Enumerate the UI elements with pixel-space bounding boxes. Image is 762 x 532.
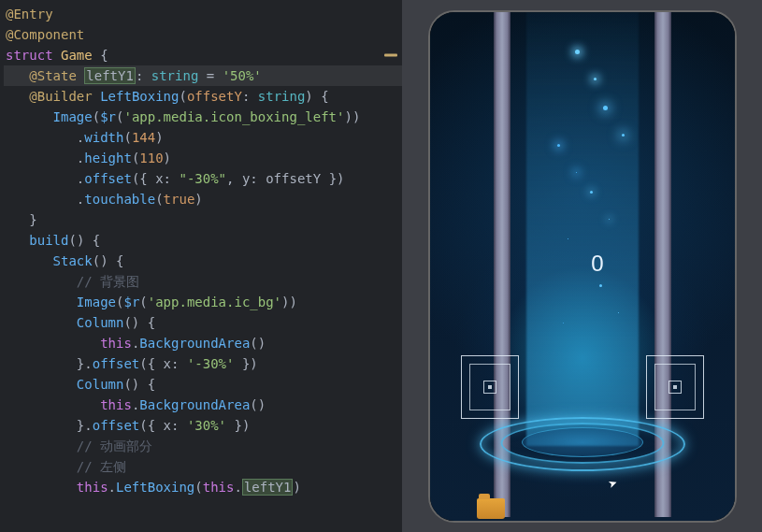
code-line: Column() {	[4, 312, 402, 333]
code-area[interactable]: @Entry @Component struct Game { @State l…	[0, 4, 402, 497]
code-line: struct Game {	[4, 45, 402, 65]
code-line: @Entry	[4, 4, 402, 24]
code-line: .width(144)	[4, 127, 402, 148]
device-frame: 0 ➤	[428, 10, 737, 523]
platform	[480, 409, 685, 479]
score-text: 0	[591, 251, 603, 277]
code-line: Column() {	[4, 374, 402, 395]
target-icon	[483, 381, 496, 394]
code-line: .touchable(true)	[4, 189, 402, 209]
code-editor[interactable]: @Entry @Component struct Game { @State l…	[0, 0, 402, 532]
code-line: .height(110)	[4, 148, 402, 168]
code-line: }.offset({ x: '30%' })	[4, 415, 402, 436]
target-icon	[669, 381, 682, 394]
code-line: this.LeftBoxing(this.leftY1)	[4, 477, 402, 497]
code-line: .offset({ x: "-30%", y: offsetY })	[4, 168, 402, 189]
code-line: // 背景图	[4, 271, 402, 292]
folder-icon[interactable]	[477, 498, 505, 519]
code-line: Stack() {	[4, 251, 402, 271]
code-line: }.offset({ x: '-30%' })	[4, 353, 402, 374]
code-line: this.BackgroundArea()	[4, 333, 402, 353]
boxing-inner	[469, 364, 510, 410]
code-line: @Component	[4, 24, 402, 45]
preview-panel: 0 ➤	[402, 0, 762, 532]
code-line: @State leftY1: string = '50%'	[4, 65, 402, 86]
code-line: // 动画部分	[4, 436, 402, 456]
code-line: // 左侧	[4, 456, 402, 477]
boxing-left[interactable]	[461, 355, 519, 419]
code-line: Image($r('app.media.ic_bg'))	[4, 292, 402, 312]
code-line: @Builder LeftBoxing(offsetY: string) {	[4, 86, 402, 107]
light-beam	[526, 12, 639, 446]
boxing-right[interactable]	[646, 355, 704, 419]
boxing-inner	[654, 364, 696, 410]
code-line: this.BackgroundArea()	[4, 395, 402, 415]
ring-inner	[522, 427, 643, 457]
code-line: Image($r('app.media.icon_boxing_left'))	[4, 107, 402, 127]
code-line: }	[4, 209, 402, 230]
code-line: build() {	[4, 230, 402, 251]
